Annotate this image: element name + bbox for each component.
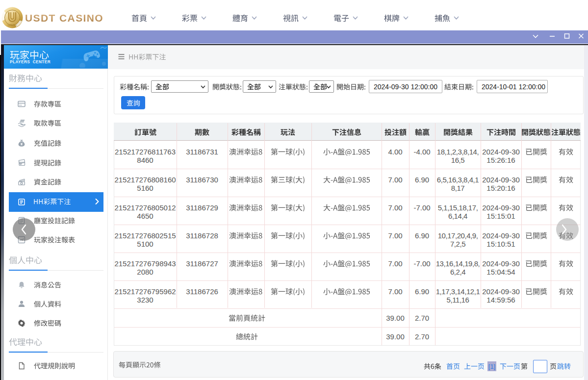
svg-text:CASINO: CASINO bbox=[7, 24, 17, 26]
